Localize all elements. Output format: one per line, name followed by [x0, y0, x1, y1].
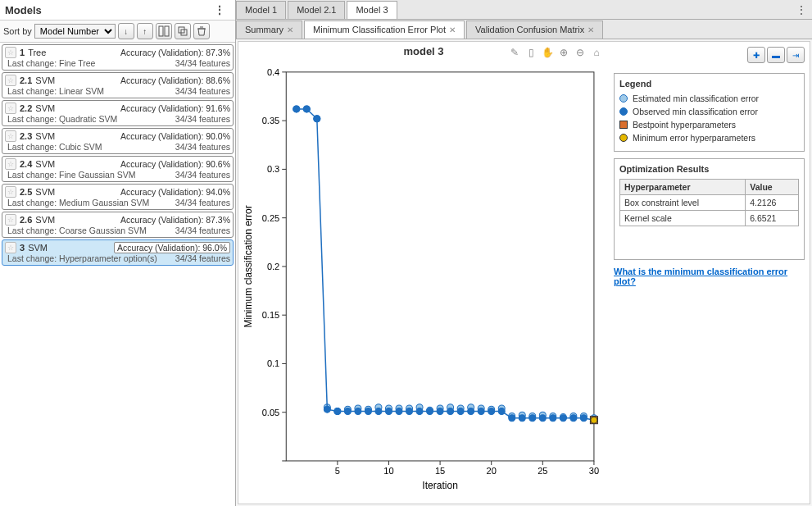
zoom-in-icon[interactable]: ⊕: [556, 45, 571, 60]
legend-item: Observed min classification error: [619, 107, 799, 116]
model-number: 1: [20, 48, 25, 57]
svg-text:Minimum classification error: Minimum classification error: [243, 205, 254, 327]
home-icon[interactable]: ⌂: [589, 45, 604, 60]
brush-icon[interactable]: ✎: [507, 45, 522, 60]
sort-desc-icon[interactable]: ↑: [137, 23, 153, 39]
legend-label: Bestpoint hyperparameters: [633, 120, 736, 130]
delete-icon[interactable]: [193, 23, 210, 39]
model-change: Last change: Quadratic SVM: [7, 114, 117, 124]
sub-tab[interactable]: Validation Confusion Matrix✕: [466, 21, 603, 39]
svg-text:15: 15: [435, 466, 445, 476]
main-tab[interactable]: Model 2.1: [288, 1, 345, 19]
model-features: 34/34 features: [175, 253, 230, 263]
model-number: 2.3: [20, 131, 32, 141]
svg-text:0.1: 0.1: [267, 358, 279, 368]
model-type: SVM: [35, 215, 117, 225]
close-icon[interactable]: ✕: [449, 25, 456, 34]
model-item[interactable]: ☆3 SVMAccuracy (Validation): 96.0%Last c…: [2, 239, 234, 266]
model-number: 3: [20, 243, 25, 253]
zoom-out-icon[interactable]: ⊖: [573, 45, 587, 60]
sort-asc-icon[interactable]: ↓: [118, 23, 134, 39]
model-number: 2.2: [20, 103, 32, 113]
svg-point-74: [375, 408, 382, 414]
model-change: Last change: Medium Gaussian SVM: [7, 198, 149, 207]
model-number: 2.4: [20, 159, 32, 169]
star-icon[interactable]: ☆: [5, 186, 16, 198]
sub-tab[interactable]: Minimum Classification Error Plot✕: [304, 21, 465, 39]
model-item[interactable]: ☆2.2 SVMAccuracy (Validation): 91.6%Last…: [2, 100, 234, 126]
legend-item: Estimated min classification error: [619, 93, 799, 103]
legend-marker: [619, 107, 628, 116]
svg-point-67: [303, 106, 310, 112]
help-link[interactable]: What is the minimum classification error…: [614, 267, 805, 286]
model-item[interactable]: ☆2.1 SVMAccuracy (Validation): 88.6%Last…: [2, 72, 234, 98]
svg-point-79: [427, 408, 433, 414]
svg-point-87: [509, 415, 515, 422]
model-type: SVM: [28, 243, 111, 253]
close-icon[interactable]: ✕: [287, 25, 293, 34]
minimize-icon[interactable]: ▬: [767, 47, 785, 63]
model-item[interactable]: ☆2.5 SVMAccuracy (Validation): 94.0%Last…: [2, 184, 234, 210]
model-item[interactable]: ☆2.4 SVMAccuracy (Validation): 90.6%Last…: [2, 156, 234, 182]
panel-title: Models: [5, 4, 42, 16]
svg-point-82: [457, 408, 464, 414]
copy-icon[interactable]: [175, 23, 191, 39]
datatip-icon[interactable]: ▯: [524, 45, 538, 60]
svg-point-90: [539, 415, 546, 422]
svg-point-73: [365, 408, 371, 414]
model-features: 34/34 features: [175, 58, 230, 68]
chart-canvas[interactable]: 510152025300.050.10.150.20.250.30.350.4I…: [238, 61, 609, 504]
close-icon[interactable]: ✕: [587, 25, 594, 34]
main-tabs-menu-icon[interactable]: ⋮: [796, 3, 807, 16]
model-accuracy: Accuracy (Validation): 96.0%: [114, 242, 230, 253]
models-list: ☆1 TreeAccuracy (Validation): 87.3%Last …: [0, 43, 235, 506]
model-features: 34/34 features: [175, 142, 230, 152]
pan-icon[interactable]: ✋: [540, 45, 555, 60]
main-tab[interactable]: Model 1: [236, 1, 286, 19]
star-icon[interactable]: ☆: [5, 214, 16, 226]
model-features: 34/34 features: [175, 198, 230, 207]
undock-icon[interactable]: ⇥: [787, 47, 805, 63]
svg-point-72: [355, 408, 361, 414]
model-change: Last change: Cubic SVM: [7, 142, 102, 152]
svg-point-97: [591, 417, 597, 423]
svg-text:0.2: 0.2: [267, 262, 279, 271]
chart-title: model 3: [403, 45, 443, 57]
star-icon[interactable]: ☆: [5, 75, 16, 86]
model-item[interactable]: ☆2.6 SVMAccuracy (Validation): 87.3%Last…: [2, 212, 234, 238]
svg-rect-0: [159, 26, 163, 36]
star-icon[interactable]: ☆: [5, 242, 16, 253]
svg-text:5: 5: [335, 466, 340, 476]
svg-point-89: [529, 415, 536, 422]
legend-title: Legend: [619, 79, 799, 89]
models-menu-icon[interactable]: ⋮: [214, 3, 225, 16]
model-accuracy: Accuracy (Validation): 94.0%: [120, 187, 230, 197]
maximize-icon[interactable]: ✚: [747, 47, 765, 63]
svg-point-68: [314, 116, 320, 122]
sub-tab[interactable]: Summary✕: [236, 21, 302, 39]
model-features: 34/34 features: [175, 170, 230, 180]
star-icon[interactable]: ☆: [5, 103, 16, 114]
svg-point-81: [447, 408, 454, 414]
svg-point-92: [560, 415, 566, 422]
model-change: Last change: Fine Tree: [7, 58, 95, 68]
main-tab[interactable]: Model 3: [347, 1, 397, 19]
star-icon[interactable]: ☆: [5, 158, 16, 170]
svg-text:0.15: 0.15: [262, 310, 279, 320]
layout-icon[interactable]: [156, 23, 172, 39]
svg-point-88: [519, 415, 525, 422]
model-item[interactable]: ☆2.3 SVMAccuracy (Validation): 90.0%Last…: [2, 128, 234, 154]
model-accuracy: Accuracy (Validation): 90.0%: [120, 131, 230, 141]
svg-point-75: [385, 408, 392, 414]
result-key: Kernel scale: [620, 211, 746, 226]
model-item[interactable]: ☆1 TreeAccuracy (Validation): 87.3%Last …: [2, 44, 234, 71]
svg-text:Iteration: Iteration: [422, 480, 458, 491]
chart-toolbar: ✎ ▯ ✋ ⊕ ⊖ ⌂: [507, 45, 604, 60]
svg-point-94: [580, 415, 587, 422]
svg-text:0.05: 0.05: [262, 408, 279, 417]
sort-select[interactable]: Model Number: [34, 24, 116, 39]
model-type: Tree: [28, 48, 117, 57]
star-icon[interactable]: ☆: [5, 47, 16, 58]
svg-text:0.4: 0.4: [267, 67, 279, 77]
star-icon[interactable]: ☆: [5, 130, 16, 142]
